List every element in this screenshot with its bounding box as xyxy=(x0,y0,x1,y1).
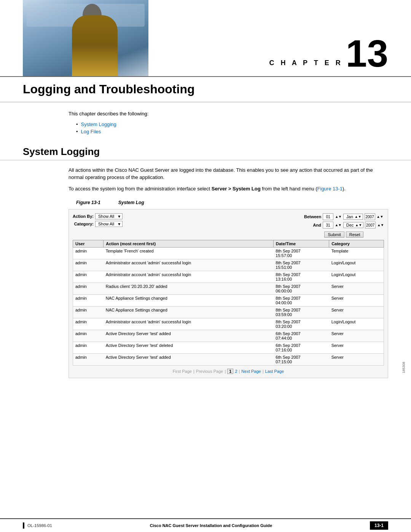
side-number: 185308 xyxy=(402,362,406,373)
cell-user: admin xyxy=(73,330,104,342)
cell-user: admin xyxy=(73,248,104,259)
table-row: admin Active Directory Server 'test' add… xyxy=(73,330,384,342)
section-para-2: To access the system log from the admini… xyxy=(68,185,388,193)
cell-action: NAC Appliance Settings changed xyxy=(104,307,274,318)
cell-user: admin xyxy=(73,354,104,366)
cell-category: Server xyxy=(329,283,384,295)
log-files-link[interactable]: Log Files xyxy=(81,129,101,134)
section-body: All actions within the Cisco NAC Guest S… xyxy=(0,166,411,379)
cell-datetime: 8th Sep 200715:51:00 xyxy=(273,259,329,271)
cell-user: admin xyxy=(73,295,104,307)
col-action: Action (most recent first) xyxy=(104,240,274,248)
table-row: admin Active Directory Server 'test' add… xyxy=(73,354,384,366)
title-section: Logging and Troubleshooting xyxy=(0,76,411,102)
and-row: And 31 ▲▼ Dec ▲▼ 2007 ▲▼ xyxy=(304,222,384,228)
page-title: Logging and Troubleshooting xyxy=(23,82,388,96)
log-filter-left: Action By: Show All ▼ Category: Show All… xyxy=(73,213,123,238)
page-header: C H A P T E R 13 xyxy=(0,0,411,76)
page-2-number[interactable]: 2 xyxy=(235,369,237,374)
cell-datetime: 8th Sep 200715:57:00 xyxy=(273,248,329,259)
and-month-select[interactable]: Dec ▲▼ xyxy=(343,222,363,228)
chapter-block: C H A P T E R 13 xyxy=(269,34,388,76)
table-row: admin NAC Appliance Settings changed 8th… xyxy=(73,307,384,318)
category-row: Category: Show All ▼ xyxy=(73,221,123,227)
cell-datetime: 8th Sep 200713:16:00 xyxy=(273,271,329,283)
pagination: First Page | Previous Page | 1 2 | Next … xyxy=(73,369,384,374)
cell-user: admin xyxy=(73,259,104,271)
intro-link-item-1: System Logging xyxy=(76,121,388,127)
section-para-1: All actions within the Cisco NAC Guest S… xyxy=(68,166,388,181)
figure-caption: Figure 13-1 System Log xyxy=(68,200,388,205)
intro-link-item-2: Log Files xyxy=(76,129,388,134)
action-by-label: Action By: xyxy=(73,214,94,219)
cell-category: Login/Logout xyxy=(329,318,384,330)
cell-datetime: 8th Sep 200706:00:00 xyxy=(273,283,329,295)
cell-category: Login/Logout xyxy=(329,259,384,271)
cell-category: Server xyxy=(329,330,384,342)
cell-datetime: 6th Sep 200707:15:00 xyxy=(273,354,329,366)
cell-action: Administrator account 'admin' successful… xyxy=(104,271,274,283)
submit-button[interactable]: Submit xyxy=(324,232,344,238)
col-category: Category xyxy=(329,240,384,248)
and-label: And xyxy=(304,223,321,227)
log-filter-right: Between 01 ▲▼ Jan ▲▼ 2007 ▲▼ And 31 ▲▼ xyxy=(304,213,384,238)
previous-page-link[interactable]: Previous Page xyxy=(196,369,223,374)
cell-action: Administrator account 'admin' successful… xyxy=(104,318,274,330)
between-day-spinner[interactable]: 01 xyxy=(323,213,333,220)
last-page-link[interactable]: Last Page xyxy=(265,369,284,374)
footer-doc-number: OL-15986-01 xyxy=(27,523,52,528)
action-by-row: Action By: Show All ▼ xyxy=(73,213,123,219)
between-month-select[interactable]: Jan ▲▼ xyxy=(343,214,363,220)
log-filters: Action By: Show All ▼ Category: Show All… xyxy=(73,213,384,238)
table-row: admin Administrator account 'admin' succ… xyxy=(73,271,384,283)
table-row: admin Administrator account 'admin' succ… xyxy=(73,259,384,271)
cell-datetime: 6th Sep 200707:44:00 xyxy=(273,330,329,342)
and-year-spinner[interactable]: 2007 xyxy=(365,222,376,228)
chapter-header-image xyxy=(23,0,148,76)
action-by-select[interactable]: Show All ▼ xyxy=(95,213,123,219)
cell-datetime: 8th Sep 200704:00:00 xyxy=(273,295,329,307)
cell-action: Administrator account 'admin' successful… xyxy=(104,259,274,271)
category-select[interactable]: Show All ▼ xyxy=(95,221,123,227)
reset-button[interactable]: Reset xyxy=(346,232,364,238)
col-user: User xyxy=(73,240,104,248)
figure-caption-text: System Log xyxy=(118,200,144,205)
chapter-number: 13 xyxy=(346,34,388,72)
and-day-spinner[interactable]: 31 xyxy=(323,222,333,228)
page-1-number[interactable]: 1 xyxy=(227,369,233,374)
intro-content: This chapter describes the following: Sy… xyxy=(0,110,411,134)
cell-user: admin xyxy=(73,318,104,330)
system-logging-link[interactable]: System Logging xyxy=(81,121,116,127)
cell-user: admin xyxy=(73,283,104,295)
chapter-label: C H A P T E R xyxy=(269,59,342,72)
cell-category: Server xyxy=(329,342,384,354)
cell-action: Radius client '20.20.20.20' added xyxy=(104,283,274,295)
footer-page-number: 13-1 xyxy=(370,521,388,530)
cell-datetime: 8th Sep 200703:59:00 xyxy=(273,307,329,318)
table-header-row: User Action (most recent first) Date/Tim… xyxy=(73,240,384,248)
log-table-body: admin Template 'French' created 8th Sep … xyxy=(73,248,384,366)
first-page-link[interactable]: First Page xyxy=(173,369,192,374)
between-row: Between 01 ▲▼ Jan ▲▼ 2007 ▲▼ xyxy=(304,213,384,220)
table-row: admin Template 'French' created 8th Sep … xyxy=(73,248,384,259)
cell-user: admin xyxy=(73,307,104,318)
col-datetime: Date/Time xyxy=(273,240,329,248)
figure-container: Figure 13-1 System Log Action By: Show A… xyxy=(68,200,388,378)
section-heading-system-logging: System Logging xyxy=(0,146,411,160)
table-row: admin Radius client '20.20.20.20' added … xyxy=(73,283,384,295)
table-row: admin Administrator account 'admin' succ… xyxy=(73,318,384,330)
cell-category: Server xyxy=(329,307,384,318)
figure-label: Figure 13-1 xyxy=(76,200,100,205)
cell-action: Template 'French' created xyxy=(104,248,274,259)
cell-datetime: 8th Sep 200703:20:00 xyxy=(273,318,329,330)
intro-text: This chapter describes the following: xyxy=(68,110,388,118)
figure-link[interactable]: Figure 13-1 xyxy=(317,186,342,192)
between-year-spinner[interactable]: 2007 xyxy=(365,213,375,220)
category-label: Category: xyxy=(73,222,94,226)
cell-user: admin xyxy=(73,342,104,354)
table-row: admin NAC Appliance Settings changed 8th… xyxy=(73,295,384,307)
cell-action: Active Directory Server 'test' added xyxy=(104,330,274,342)
cell-user: admin xyxy=(73,271,104,283)
table-row: admin Active Directory Server 'test' del… xyxy=(73,342,384,354)
next-page-link[interactable]: Next Page xyxy=(241,369,261,374)
